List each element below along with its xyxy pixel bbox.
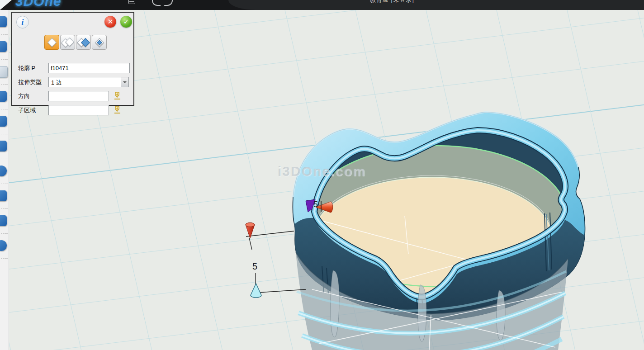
app-window: { "titlebar": { "logo": "3DOne", "title_…	[0, 0, 644, 350]
cyan-handle-cone[interactable]	[251, 284, 261, 298]
chevron-down-icon[interactable]	[121, 77, 128, 87]
extrude-option-buttons	[44, 35, 107, 50]
sidebar-item-measure-tool-icon[interactable]	[0, 159, 9, 184]
titlebar: 3DOne 教育版 [未登录]	[0, 0, 644, 10]
subregion-picker-icon[interactable]	[113, 105, 122, 115]
sidebar-item-diamond-tool-icon[interactable]	[0, 85, 9, 109]
layers-list-icon	[0, 215, 7, 226]
extrude-option-to-face[interactable]	[92, 35, 107, 50]
extrude-type-value: 1 边	[51, 79, 62, 87]
sidebar-item-material-sphere-icon[interactable]	[0, 234, 9, 259]
surface-tool-icon	[0, 66, 8, 78]
sidebar-item-shape-tool-icon[interactable]	[0, 10, 9, 35]
info-icon[interactable]: i	[16, 16, 29, 28]
solid-box-icon	[0, 116, 7, 127]
dimension-value-label: 5	[252, 261, 257, 272]
profile-input[interactable]	[48, 63, 130, 73]
undo-icon[interactable]	[152, 0, 161, 6]
shape-tool-icon	[0, 16, 7, 27]
move-tool-icon	[0, 141, 7, 151]
extrude-option-2-sides[interactable]	[60, 35, 75, 50]
extrude-type-label: 拉伸类型	[18, 78, 42, 86]
subregion-input[interactable]	[48, 105, 109, 115]
extrude-option-1-side[interactable]	[44, 35, 59, 50]
sidebar-item-sketch-edit-icon[interactable]	[0, 35, 9, 60]
red-cone-top	[246, 223, 255, 227]
extrude-dialog: i ✕ ✓ 轮廓 P 拉伸类型	[11, 12, 134, 106]
direction-label: 方向	[18, 92, 30, 100]
sidebar-item-move-tool-icon[interactable]	[0, 134, 9, 159]
diamond-icon	[47, 38, 57, 47]
diamond-tool-icon	[0, 91, 7, 102]
handle-value-label[interactable]: 5	[313, 200, 318, 209]
window-title: 教育版 [未登录]	[370, 0, 414, 4]
titlebar-curve	[228, 0, 644, 10]
measure-tool-icon	[0, 166, 7, 176]
toolbar-sidebar	[0, 10, 9, 350]
sidebar-item-layers-list-icon[interactable]	[0, 209, 9, 234]
extrude-option-symmetric[interactable]	[76, 35, 91, 50]
extrude-type-select[interactable]: 1 边	[48, 77, 129, 87]
subregion-label: 子区域	[18, 106, 36, 114]
sidebar-item-solid-box-icon[interactable]	[0, 109, 9, 134]
profile-label: 轮廓 P	[18, 64, 35, 72]
share-swoosh-icon	[0, 190, 7, 201]
direction-picker-icon[interactable]	[113, 91, 122, 101]
redo-icon[interactable]	[164, 0, 173, 6]
material-sphere-icon	[0, 240, 7, 251]
direction-input[interactable]	[48, 91, 109, 101]
sidebar-item-share-swoosh-icon[interactable]	[0, 184, 9, 209]
logo-swoosh	[0, 0, 12, 10]
cancel-button[interactable]: ✕	[104, 16, 116, 28]
watermark: i3DOne.com	[278, 164, 366, 179]
sidebar-item-surface-tool-icon[interactable]	[0, 60, 9, 85]
sketch-edit-icon	[0, 41, 7, 52]
confirm-button[interactable]: ✓	[120, 16, 132, 28]
document-grid-icon[interactable]	[128, 0, 135, 4]
app-logo: 3DOne	[15, 0, 62, 9]
